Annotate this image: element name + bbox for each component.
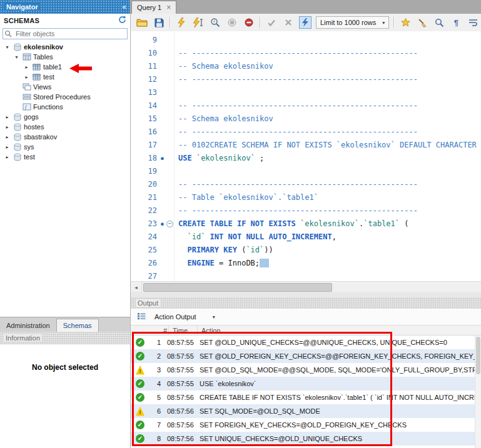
sql-editor[interactable]: 9101112131415161718●1920212223●−24252627… [131,31,481,281]
code-line[interactable]: -- Schema ekolesnikov [178,60,481,73]
editor-code[interactable]: -- -------------------------------------… [175,31,481,281]
line-number: 20 [131,178,159,191]
expander-expanded-icon[interactable]: ▾ [4,44,11,50]
row-action: SET @OLD_FOREIGN_KEY_CHECKS=@@FOREIGN_KE… [200,352,481,360]
code-line[interactable]: CREATE TABLE IF NOT EXISTS `ekolesnikov`… [178,217,481,231]
close-tab-icon[interactable]: × [166,4,171,11]
output-row[interactable]: ✓108:57:55SET @OLD_UNIQUE_CHECKS=@@UNIQU… [131,336,481,349]
code-line[interactable]: -- -------------------------------------… [178,204,481,217]
code-line[interactable] [178,165,481,178]
code-line[interactable]: PRIMARY KEY (`id`)) [178,244,481,257]
row-index: 8 [147,435,161,442]
expander-collapsed-icon[interactable]: ▸ [23,64,30,70]
execute-script-icon[interactable] [175,16,188,29]
vertical-scrollbar-thumb[interactable] [476,337,480,374]
tab-query1[interactable]: Query 1 × [131,1,176,14]
gutter-line: 26 [131,257,174,270]
expander-collapsed-icon[interactable]: ▸ [23,74,30,80]
tree-item-tables[interactable]: ▾ Tables [0,52,130,62]
code-line[interactable]: -- -------------------------------------… [178,73,481,86]
tree-item-views[interactable]: Views [0,82,130,92]
expander-collapsed-icon[interactable]: ▸ [4,114,11,120]
code-line[interactable]: USE `ekolesnikov` ; [178,152,481,165]
output-row[interactable]: ✓508:57:56CREATE TABLE IF NOT EXISTS `ek… [131,391,481,404]
rollback-icon[interactable] [282,16,295,29]
editor-horizontal-scrollbar[interactable]: ◂ [131,281,481,292]
tree-item-schema-gogs[interactable]: ▸ gogs [0,112,130,122]
toolbar-separator [260,17,261,28]
code-line[interactable] [178,270,481,281]
tree-label: test [43,73,54,81]
code-line[interactable]: -- -------------------------------------… [178,47,481,60]
filter-objects-input[interactable] [3,28,128,39]
output-row[interactable]: ✓808:57:56SET UNIQUE_CHECKS=@OLD_UNIQUE_… [131,432,481,446]
expander-expanded-icon[interactable]: ▾ [13,54,20,60]
execute-current-statement-icon[interactable] [192,16,205,29]
code-line[interactable]: -- Table `ekolesnikov`.`table1` [178,191,481,204]
gutter-line: 13 [131,86,174,99]
output-row[interactable]: ✓408:57:55USE `ekolesnikov` [131,377,481,391]
save-script-icon[interactable] [153,16,165,29]
index-column-header[interactable]: # [152,327,168,334]
schema-icon [13,133,22,141]
code-line[interactable]: `id` INT NOT NULL AUTO_INCREMENT, [178,231,481,244]
chevron-down-icon: ▾ [382,20,385,26]
row-time: 08:57:55 [167,380,196,387]
query-editor-area: Query 1 × Limit to 1000 rows ▾ [131,0,481,448]
tree-item-table1[interactable]: ▸ table1 [0,62,130,72]
fold-collapse-icon[interactable]: − [166,221,173,227]
find-icon[interactable] [433,16,445,29]
output-row[interactable]: ✓208:57:55SET @OLD_FOREIGN_KEY_CHECKS=@@… [131,349,481,363]
stop-query-icon[interactable] [226,16,238,29]
scroll-left-icon[interactable]: ◂ [131,282,142,292]
expander-collapsed-icon[interactable]: ▸ [4,134,11,140]
tree-item-schema-test[interactable]: ▸ test [0,152,130,162]
code-line[interactable]: -- Schema ekolesnikov [178,112,481,126]
row-limit-dropdown[interactable]: Limit to 1000 rows ▾ [316,16,389,29]
tree-item-table-test[interactable]: ▸ test [0,72,130,82]
panel-splitter[interactable] [131,292,481,297]
expander-collapsed-icon[interactable]: ▸ [4,144,11,150]
action-column-header[interactable]: Action [197,326,481,335]
gutter-line: 19 [131,165,174,178]
output-row[interactable]: !308:57:55SET @OLD_SQL_MODE=@@SQL_MODE, … [131,363,481,377]
output-row[interactable]: ✓708:57:56SET FOREIGN_KEY_CHECKS=@OLD_FO… [131,418,481,432]
expander-collapsed-icon[interactable]: ▸ [4,124,11,130]
code-line[interactable]: ENGINE = InnoDB; [178,257,481,270]
open-script-icon[interactable] [136,16,148,29]
code-line[interactable]: -- -------------------------------------… [178,126,481,139]
tree-item-schema-hostes[interactable]: ▸ hostes [0,122,130,132]
code-line[interactable]: -- -------------------------------------… [178,99,481,112]
refresh-schemas-icon[interactable] [118,16,126,25]
search-icon [4,30,12,37]
tab-administration[interactable]: Administration [0,319,56,332]
horizontal-scrollbar-thumb[interactable] [143,283,332,292]
output-view-select[interactable]: Action Output ▾ [151,312,219,322]
tree-item-schema-sbastrakov[interactable]: ▸ sbastrakov [0,132,130,142]
output-vertical-scrollbar[interactable] [475,336,481,448]
tree-item-schema-sys[interactable]: ▸ sys [0,142,130,152]
code-line[interactable]: -- -------------------------------------… [178,178,481,191]
toolbar-separator [170,17,171,28]
output-row[interactable]: !608:57:56SET SQL_MODE=@OLD_SQL_MODE [131,404,481,418]
show-invisibles-icon[interactable]: ¶ [450,16,462,29]
save-snippet-icon[interactable] [399,16,412,29]
code-line[interactable] [178,34,481,47]
tree-item-schema-ekolesnikov[interactable]: ▾ ekolesnikov [0,42,130,52]
time-column-header[interactable]: Time [168,326,197,335]
tree-item-functions[interactable]: f Functions [0,102,130,112]
commit-icon[interactable] [265,16,278,29]
collapse-panel-icon[interactable]: « [122,2,126,11]
tree-item-stored-procedures[interactable]: Stored Procedures [0,92,130,102]
code-line[interactable]: -- 0102CREATE SCHEMA IF NOT EXISTS `ekol… [178,139,481,152]
beautify-script-icon[interactable] [416,16,428,29]
tree-label: ekolesnikov [24,43,63,51]
wrap-text-icon[interactable] [467,16,479,29]
explain-plan-icon[interactable] [209,16,221,29]
line-number: 10 [131,47,159,60]
autocommit-toggle-icon[interactable] [299,16,311,29]
stop-on-error-toggle-icon[interactable] [243,16,255,29]
tab-schemas[interactable]: Schemas [56,319,99,332]
expander-collapsed-icon[interactable]: ▸ [4,154,11,160]
code-line[interactable] [178,86,481,99]
